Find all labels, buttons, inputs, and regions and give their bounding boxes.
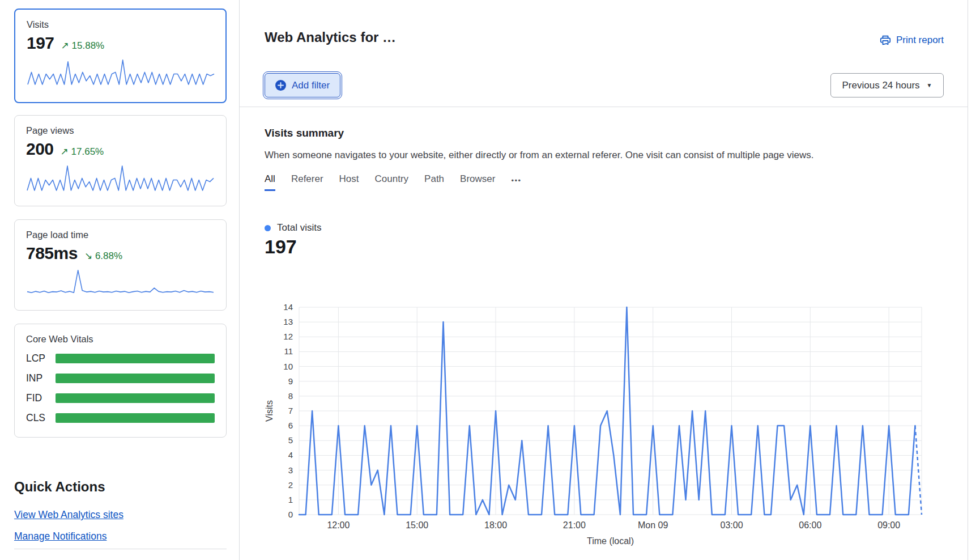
total-visits-legend-dot — [265, 225, 271, 231]
sidebar-divider — [14, 549, 227, 549]
more-tabs-button[interactable]: ••• — [511, 176, 521, 191]
total-visits-value: 197 — [265, 236, 297, 258]
plus-circle-icon — [275, 80, 286, 91]
visits-line-chart: 0123456789101112131412:0015:0018:0021:00… — [255, 295, 952, 553]
cwv-fid-bar — [56, 393, 215, 403]
cwv-inp-bar-track — [56, 374, 215, 383]
svg-text:Time (local): Time (local) — [587, 536, 634, 546]
page-load-time-card[interactable]: Page load time 785ms ↘ 6.88% — [14, 219, 227, 311]
svg-text:5: 5 — [288, 435, 293, 445]
arrow-down-right-icon: ↘ — [84, 251, 92, 261]
tab-country[interactable]: Country — [375, 173, 409, 191]
visits-summary-title: Visits summary — [265, 127, 344, 139]
visits-card-label: Visits — [27, 19, 214, 30]
svg-text:6: 6 — [288, 421, 293, 430]
print-report-label: Print report — [896, 35, 944, 46]
svg-text:09:00: 09:00 — [877, 520, 900, 530]
cwv-row-lcp: LCP — [26, 353, 215, 364]
time-range-value: Previous 24 hours — [842, 80, 920, 91]
page-views-value: 200 — [26, 139, 54, 159]
page-views-delta: ↗ 17.65% — [61, 146, 104, 158]
svg-text:4: 4 — [288, 450, 293, 460]
svg-text:14: 14 — [283, 302, 293, 312]
cwv-fid-bar-track — [56, 393, 215, 403]
add-filter-label: Add filter — [292, 80, 330, 91]
chart-legend: Total visits — [265, 222, 321, 234]
arrow-up-right-icon: ↗ — [61, 40, 69, 51]
page-load-time-delta: ↘ 6.88% — [84, 250, 122, 262]
page-views-sparkline — [26, 164, 215, 191]
analytics-main-panel: Web Analytics for … Print report Add fil… — [239, 0, 968, 560]
dimension-tabs: All Referer Host Country Path Browser ••… — [265, 173, 522, 191]
cwv-lcp-label: LCP — [26, 353, 56, 364]
svg-text:13: 13 — [283, 317, 293, 326]
page-views-card-label: Page views — [26, 125, 215, 136]
svg-text:12:00: 12:00 — [327, 520, 350, 530]
visits-summary-description: When someone navigates to your website, … — [265, 150, 813, 161]
svg-text:10: 10 — [283, 362, 293, 371]
page-views-delta-pct: 17.65% — [71, 146, 104, 157]
chevron-down-icon: ▼ — [927, 82, 932, 88]
cwv-cls-bar-track — [56, 413, 215, 423]
svg-text:21:00: 21:00 — [563, 520, 586, 530]
svg-text:3: 3 — [288, 465, 293, 475]
core-web-vitals-card: Core Web Vitals LCP INP FID CLS — [14, 324, 227, 438]
visits-value-row: 197 ↗ 15.88% — [27, 33, 214, 53]
svg-text:2: 2 — [288, 480, 293, 490]
cwv-lcp-bar — [56, 354, 215, 363]
svg-text:7: 7 — [288, 406, 293, 415]
page-load-time-delta-pct: 6.88% — [95, 251, 122, 261]
printer-icon — [879, 34, 892, 46]
page-views-value-row: 200 ↗ 17.65% — [26, 139, 215, 159]
print-report-link[interactable]: Print report — [879, 34, 944, 46]
cwv-inp-bar — [56, 374, 215, 383]
svg-text:Mon 09: Mon 09 — [638, 520, 668, 530]
page-load-time-sparkline — [26, 268, 215, 295]
svg-text:03:00: 03:00 — [720, 520, 743, 530]
cwv-row-cls: CLS — [26, 412, 215, 424]
visits-card[interactable]: Visits 197 ↗ 15.88% — [14, 9, 227, 103]
tab-path[interactable]: Path — [424, 173, 444, 191]
arrow-up-right-icon: ↗ — [61, 146, 69, 157]
svg-text:8: 8 — [288, 391, 293, 401]
time-range-dropdown[interactable]: Previous 24 hours ▼ — [830, 73, 944, 97]
page-load-time-value-row: 785ms ↘ 6.88% — [26, 244, 215, 263]
svg-text:1: 1 — [288, 495, 293, 504]
cwv-row-fid: FID — [26, 392, 215, 404]
svg-text:12: 12 — [283, 332, 293, 341]
cwv-inp-label: INP — [26, 372, 56, 384]
page-views-card[interactable]: Page views 200 ↗ 17.65% — [14, 115, 227, 206]
tab-all[interactable]: All — [265, 173, 275, 191]
cwv-fid-label: FID — [26, 392, 56, 404]
svg-text:0: 0 — [288, 510, 293, 519]
visits-sparkline — [27, 58, 215, 85]
visits-delta: ↗ 15.88% — [61, 40, 105, 52]
cwv-row-inp: INP — [26, 372, 215, 384]
cwv-cls-label: CLS — [26, 412, 56, 424]
svg-text:06:00: 06:00 — [799, 520, 821, 530]
cwv-cls-bar — [56, 413, 215, 423]
total-visits-legend-label: Total visits — [277, 222, 321, 234]
cwv-lcp-bar-track — [56, 354, 215, 363]
tab-browser[interactable]: Browser — [460, 173, 495, 191]
svg-text:9: 9 — [288, 376, 293, 386]
svg-text:15:00: 15:00 — [406, 520, 428, 530]
svg-text:18:00: 18:00 — [484, 520, 507, 530]
page-load-time-card-label: Page load time — [26, 230, 215, 240]
core-web-vitals-title: Core Web Vitals — [26, 334, 215, 345]
page-title: Web Analytics for … — [265, 29, 396, 45]
add-filter-button[interactable]: Add filter — [265, 73, 340, 97]
tab-host[interactable]: Host — [339, 173, 359, 191]
svg-text:11: 11 — [284, 346, 293, 356]
manage-notifications-link[interactable]: Manage Notifications — [14, 531, 106, 542]
visits-value: 197 — [27, 33, 54, 53]
page-load-time-value: 785ms — [26, 244, 78, 263]
view-web-analytics-sites-link[interactable]: View Web Analytics sites — [14, 509, 123, 521]
svg-text:Visits: Visits — [265, 400, 274, 422]
visits-delta-pct: 15.88% — [72, 40, 105, 51]
tab-referer[interactable]: Referer — [291, 173, 323, 191]
header-divider — [240, 107, 968, 107]
quick-actions-title: Quick Actions — [14, 479, 227, 495]
